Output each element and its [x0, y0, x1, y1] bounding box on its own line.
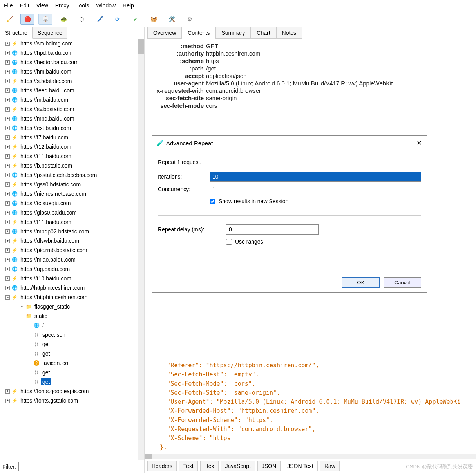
filter-input[interactable] — [18, 462, 141, 471]
bottom-tab-headers[interactable]: Headers — [147, 461, 177, 471]
bottom-tab-javascript[interactable]: JavaScript — [221, 461, 255, 471]
tree-row[interactable]: ⚡https://httpbin.ceshiren.com — [2, 292, 144, 302]
tree-row[interactable]: 🌐https://mbdp02.bdstatic.com — [2, 227, 144, 236]
pen-icon[interactable]: 🖊️ — [92, 14, 107, 25]
expander-icon[interactable] — [5, 98, 10, 102]
tree-row[interactable]: 🌐https://ext.baidu.com — [2, 123, 144, 133]
expander-icon[interactable] — [5, 201, 10, 206]
tree-row[interactable]: 🌐https://miao.baidu.com — [2, 255, 144, 264]
close-icon[interactable]: ✕ — [416, 139, 422, 147]
tree-row[interactable]: 📁static — [2, 311, 144, 321]
tree-row[interactable]: 🌐https://gips0.baidu.com — [2, 208, 144, 217]
bottom-tab-json[interactable]: JSON — [257, 461, 281, 471]
bottom-tab-json-text[interactable]: JSON Text — [283, 461, 318, 471]
tree-row[interactable]: ⚡https://t10.baidu.com — [2, 274, 144, 283]
tab-summary[interactable]: Summary — [215, 27, 251, 39]
tree-row[interactable]: ⚡https://s.bdstatic.com — [2, 76, 144, 86]
expander-icon[interactable] — [5, 79, 10, 83]
expander-icon[interactable] — [5, 145, 10, 149]
tree-row[interactable]: ⚡https://dlswbr.baidu.com — [2, 236, 144, 246]
expander-icon[interactable] — [20, 305, 24, 309]
tab-overview[interactable]: Overview — [147, 27, 182, 39]
tree-row[interactable]: 🌐https://hm.baidu.com — [2, 67, 144, 76]
tree-row[interactable]: ⚡https://f11.baidu.com — [2, 217, 144, 227]
expander-icon[interactable] — [5, 126, 10, 130]
expander-icon[interactable] — [5, 182, 10, 187]
tab-sequence[interactable]: Sequence — [33, 27, 67, 39]
menu-edit[interactable]: Edit — [20, 2, 29, 9]
menu-file[interactable]: File — [4, 2, 13, 9]
use-ranges-checkbox[interactable] — [226, 239, 232, 245]
tree-row[interactable]: ⚡https://fonts.gstatic.com — [2, 396, 144, 405]
hexagon-icon[interactable]: ⬡ — [74, 14, 89, 25]
expander-icon[interactable] — [5, 389, 10, 394]
expander-icon[interactable] — [20, 314, 24, 318]
expander-icon[interactable] — [5, 295, 10, 300]
tree-row[interactable]: 🌐https://psstatic.cdn.bcebos.com — [2, 170, 144, 180]
expander-icon[interactable] — [5, 286, 10, 290]
expander-icon[interactable] — [5, 258, 10, 262]
menu-window[interactable]: Window — [96, 2, 116, 9]
menu-proxy[interactable]: Proxy — [55, 2, 69, 9]
tree-row[interactable]: 🌐https://hpd.baidu.com — [2, 48, 144, 58]
tree-row[interactable]: ⟨⟩get — [2, 368, 144, 377]
expander-icon[interactable] — [5, 192, 10, 196]
tree-row[interactable]: ⚡https://f7.baidu.com — [2, 133, 144, 142]
throttle-icon[interactable]: 🪧 — [38, 14, 52, 25]
tree-row[interactable]: 🌐https://feed.baidu.com — [2, 86, 144, 95]
tree-row[interactable]: 🌐https://ug.baidu.com — [2, 264, 144, 274]
tree-row[interactable]: ⚡https://sv.bdstatic.com — [2, 105, 144, 114]
tab-notes[interactable]: Notes — [276, 27, 302, 39]
expander-icon[interactable] — [5, 117, 10, 121]
tree[interactable]: ⚡https://sm.bdimg.com🌐https://hpd.baidu.… — [0, 39, 144, 460]
tree-row[interactable]: 🌐https://hector.baidu.com — [2, 58, 144, 67]
tree-row[interactable]: ⚡https://sm.bdimg.com — [2, 39, 144, 48]
menu-view[interactable]: View — [36, 2, 48, 9]
expander-icon[interactable] — [5, 229, 10, 234]
tree-row[interactable]: ⟨⟩get — [2, 339, 144, 349]
tree-row[interactable]: 🌐https://mbd.baidu.com — [2, 114, 144, 123]
tree-row[interactable]: ⚡https://gss0.bdstatic.com — [2, 180, 144, 189]
tree-row[interactable]: 🌐https://nie.res.netease.com — [2, 189, 144, 199]
tree-row[interactable]: 📁flasgger_static — [2, 302, 144, 311]
tree-row[interactable]: 🌐http://httpbin.ceshiren.com — [2, 283, 144, 292]
bottom-tab-raw[interactable]: Raw — [320, 461, 340, 471]
expander-icon[interactable] — [5, 211, 10, 215]
broom-icon[interactable]: 🧹 — [2, 14, 16, 25]
bottom-tab-text[interactable]: Text — [179, 461, 198, 471]
expander-icon[interactable] — [5, 173, 10, 177]
expander-icon[interactable] — [5, 60, 10, 65]
bottom-tab-hex[interactable]: Hex — [200, 461, 219, 471]
basket-icon[interactable]: 🧺 — [147, 14, 161, 25]
expander-icon[interactable] — [5, 107, 10, 112]
expander-icon[interactable] — [5, 154, 10, 159]
turtle-icon[interactable]: 🐢 — [56, 14, 71, 25]
tree-row[interactable]: ⟨⟩get — [2, 349, 144, 358]
expander-icon[interactable] — [5, 164, 10, 168]
iterations-input[interactable] — [210, 172, 421, 182]
tree-row[interactable]: ⚡https://t11.baidu.com — [2, 152, 144, 161]
record-icon[interactable]: 🔴 — [20, 14, 34, 25]
tree-row[interactable]: ⚡https://fonts.googleapis.com — [2, 386, 144, 396]
concurrency-input[interactable] — [210, 184, 421, 194]
tab-chart[interactable]: Chart — [251, 27, 276, 39]
tree-row[interactable]: ?favicon.ico — [2, 358, 144, 368]
expander-icon[interactable] — [5, 135, 10, 140]
delay-input[interactable] — [226, 224, 319, 235]
expander-icon[interactable] — [5, 399, 10, 403]
ok-button[interactable]: OK — [342, 277, 380, 288]
expander-icon[interactable] — [5, 88, 10, 93]
tree-row[interactable]: ⚡https://pic.rmb.bdstatic.com — [2, 246, 144, 255]
tree-row[interactable]: ⟨⟩get — [2, 377, 144, 386]
expander-icon[interactable] — [5, 70, 10, 74]
expander-icon[interactable] — [5, 276, 10, 281]
tab-contents[interactable]: Contents — [182, 27, 215, 39]
scrollbar[interactable] — [138, 39, 144, 460]
refresh-icon[interactable]: ⟳ — [110, 14, 125, 25]
expander-icon[interactable] — [5, 42, 10, 46]
gear-icon[interactable]: ⚙ — [183, 14, 197, 25]
expander-icon[interactable] — [5, 239, 10, 243]
menu-tools[interactable]: Tools — [76, 2, 89, 9]
expander-icon[interactable] — [5, 51, 10, 55]
expander-icon[interactable] — [5, 220, 10, 224]
